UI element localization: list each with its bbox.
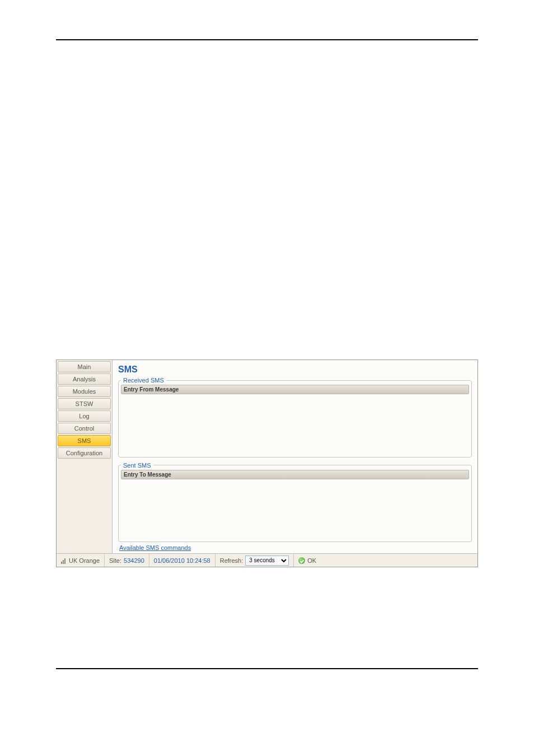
datetime-value: 01/06/2010 10:24:58: [154, 557, 210, 564]
sidebar-item-log[interactable]: Log: [58, 410, 111, 422]
sent-sms-legend: Sent SMS: [121, 462, 153, 469]
sidebar-item-stsw[interactable]: STSW: [58, 398, 111, 409]
page-title: SMS: [118, 365, 472, 375]
sent-sms-body: [121, 479, 469, 530]
available-sms-commands-link[interactable]: Available SMS commands: [118, 544, 472, 551]
refresh-label: Refresh:: [220, 557, 243, 564]
statusbar: UK Orange Site: 534290 01/06/2010 10:24:…: [57, 553, 477, 567]
bottom-divider: [56, 668, 478, 669]
signal-icon: [61, 557, 67, 564]
sidebar-item-sms[interactable]: SMS: [58, 435, 111, 446]
received-sms-header: Entry From Message: [121, 385, 469, 394]
sent-sms-group: Sent SMS Entry To Message: [118, 462, 472, 543]
received-sms-legend: Received SMS: [121, 377, 166, 384]
ok-label: OK: [307, 557, 316, 564]
sidebar-item-control[interactable]: Control: [58, 423, 111, 434]
statusbar-site: Site: 534290: [105, 554, 149, 567]
statusbar-refresh: Refresh: 1 second3 seconds5 seconds10 se…: [216, 554, 294, 567]
blank-space: [0, 40, 534, 360]
content-area: SMS Received SMS Entry From Message Sent…: [113, 360, 477, 553]
received-sms-body: [121, 394, 469, 445]
refresh-select[interactable]: 1 second3 seconds5 seconds10 seconds: [245, 556, 289, 566]
site-value: 534290: [124, 557, 144, 564]
received-sms-group: Received SMS Entry From Message: [118, 377, 472, 458]
app-panel: Main Analysis Modules STSW Log Control S…: [56, 360, 478, 567]
sidebar-item-modules[interactable]: Modules: [58, 386, 111, 397]
statusbar-carrier: UK Orange: [57, 554, 105, 567]
sidebar-item-analysis[interactable]: Analysis: [58, 374, 111, 385]
statusbar-ok: OK: [294, 554, 477, 567]
carrier-label: UK Orange: [69, 557, 100, 564]
sidebar-item-main[interactable]: Main: [58, 361, 111, 372]
sidebar: Main Analysis Modules STSW Log Control S…: [57, 360, 113, 553]
app-body: Main Analysis Modules STSW Log Control S…: [57, 360, 477, 553]
sent-sms-header: Entry To Message: [121, 470, 469, 479]
sidebar-item-configuration[interactable]: Configuration: [58, 447, 111, 459]
ok-icon: [298, 557, 305, 564]
statusbar-datetime: 01/06/2010 10:24:58: [149, 554, 216, 567]
site-label: Site:: [109, 557, 121, 564]
